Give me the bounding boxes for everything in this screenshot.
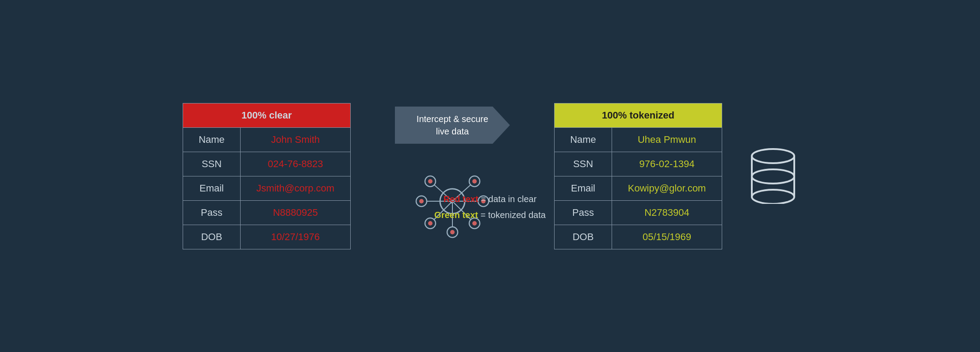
row-value: 976-02-1394 <box>612 152 722 176</box>
table-row: EmailJsmith@corp.com <box>183 176 351 200</box>
tokenized-data-table: 100% tokenized NameUhea PmwunSSN976-02-1… <box>554 103 722 249</box>
svg-point-24 <box>752 169 794 184</box>
intercept-arrow: Intercept & secure live data <box>395 107 510 144</box>
svg-point-18 <box>419 199 424 203</box>
table-row: SSN024-76-8823 <box>183 152 351 176</box>
database-icon <box>749 146 797 204</box>
table-row: NameJohn Smith <box>183 127 351 152</box>
middle-section: Intercept & secure live data ✓ <box>377 107 528 245</box>
tokenized-table-header: 100% tokenized <box>555 103 722 127</box>
row-label: Email <box>183 176 241 200</box>
row-label: Pass <box>183 200 241 225</box>
svg-point-16 <box>428 179 433 184</box>
scene-wrapper: 100% clear NameJohn SmithSSN024-76-8823E… <box>92 103 888 249</box>
row-value: Kowipy@glor.com <box>612 176 722 200</box>
row-label: Email <box>555 176 612 200</box>
table-row: SSN976-02-1394 <box>555 152 722 176</box>
row-value: Uhea Pmwun <box>612 127 722 152</box>
row-value: John Smith <box>241 127 351 152</box>
database-section <box>749 146 797 206</box>
row-value: 024-76-8823 <box>241 152 351 176</box>
svg-point-25 <box>752 190 794 204</box>
legend-section: Red text = data in clear Green text = to… <box>434 191 546 223</box>
table-row: EmailKowipy@glor.com <box>555 176 722 200</box>
row-label: DOB <box>555 225 612 249</box>
left-section: 100% clear NameJohn SmithSSN024-76-8823E… <box>183 103 351 249</box>
row-label: SSN <box>183 152 241 176</box>
row-value: Jsmith@corp.com <box>241 176 351 200</box>
row-label: Name <box>555 127 612 152</box>
legend-line1-suffix: = data in clear <box>481 194 536 204</box>
row-label: DOB <box>183 225 241 249</box>
row-value: 05/15/1969 <box>612 225 722 249</box>
table-row: DOB05/15/1969 <box>555 225 722 249</box>
table-row: NameUhea Pmwun <box>555 127 722 152</box>
legend-line-2: Green text = tokenized data <box>434 207 546 223</box>
row-label: Pass <box>555 200 612 225</box>
svg-point-23 <box>752 149 794 163</box>
svg-point-22 <box>450 230 455 234</box>
row-value: 10/27/1976 <box>241 225 351 249</box>
red-text-label: Red text <box>444 194 479 204</box>
table-row: PassN8880925 <box>183 200 351 225</box>
svg-point-20 <box>428 221 433 226</box>
arrow-line1: Intercept & secure <box>417 114 488 124</box>
arrow-line2: live data <box>436 126 469 136</box>
table-row: DOB10/27/1976 <box>183 225 351 249</box>
legend-line-1: Red text = data in clear <box>434 191 546 207</box>
main-container: 100% clear NameJohn SmithSSN024-76-8823E… <box>0 0 980 352</box>
green-text-label: Green text <box>434 210 478 220</box>
row-value: N8880925 <box>241 200 351 225</box>
row-label: SSN <box>555 152 612 176</box>
clear-data-table: 100% clear NameJohn SmithSSN024-76-8823E… <box>183 103 351 249</box>
legend-line2-suffix: = tokenized data <box>481 210 546 220</box>
table-row: PassN2783904 <box>555 200 722 225</box>
row-label: Name <box>183 127 241 152</box>
row-value: N2783904 <box>612 200 722 225</box>
svg-point-17 <box>472 179 477 184</box>
right-section: 100% tokenized NameUhea PmwunSSN976-02-1… <box>554 103 722 249</box>
clear-table-header: 100% clear <box>183 103 351 127</box>
